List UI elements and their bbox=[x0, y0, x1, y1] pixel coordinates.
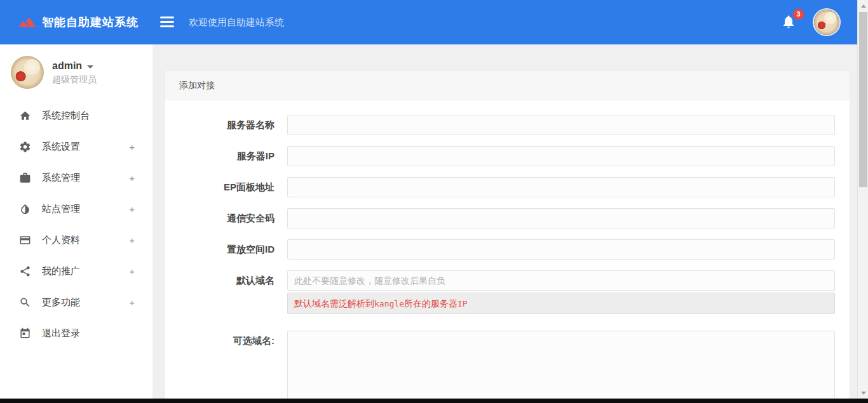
calendar-icon bbox=[19, 327, 31, 340]
docking-form: 服务器名称 服务器IP EP面板地址 通信安全码 置放空间ID bbox=[165, 100, 850, 399]
ep-panel-address-input[interactable] bbox=[287, 177, 835, 197]
server-name-label: 服务器名称 bbox=[165, 115, 275, 135]
welcome-text: 欢迎使用自助建站系统 bbox=[189, 0, 284, 44]
sidebar-item-site-management[interactable]: 站点管理 + bbox=[0, 194, 153, 225]
search-icon bbox=[19, 296, 31, 308]
card-title: 添加对接 bbox=[165, 70, 850, 100]
server-ip-label: 服务器IP bbox=[165, 146, 275, 166]
sidebar-profile: admin 超级管理员 bbox=[11, 56, 97, 89]
add-docking-card: 添加对接 服务器名称 服务器IP EP面板地址 通信安全码 bbox=[164, 70, 850, 399]
sidebar-item-system-management[interactable]: 系统管理 + bbox=[0, 162, 153, 194]
space-id-label: 置放空间ID bbox=[165, 239, 275, 260]
briefcase-icon bbox=[19, 172, 31, 184]
expand-plus-icon: + bbox=[129, 297, 135, 308]
expand-plus-icon: + bbox=[129, 266, 135, 277]
brand[interactable]: 智能自助建站系统 bbox=[18, 0, 139, 44]
scrollbar-thumb[interactable] bbox=[859, 12, 867, 187]
sidebar-item-more-functions[interactable]: 更多功能 + bbox=[0, 287, 153, 318]
sidebar-item-profile[interactable]: 个人资料 + bbox=[0, 225, 153, 256]
avatar[interactable] bbox=[11, 56, 44, 89]
user-role: 超级管理员 bbox=[52, 74, 97, 86]
user-dropdown[interactable]: admin bbox=[52, 60, 97, 72]
expand-plus-icon: + bbox=[129, 235, 135, 246]
server-ip-input[interactable] bbox=[287, 146, 835, 166]
optional-domains-textarea[interactable] bbox=[287, 331, 835, 399]
expand-plus-icon: + bbox=[129, 204, 135, 215]
sidebar-item-promotion[interactable]: 我的推广 + bbox=[0, 256, 153, 287]
share-icon bbox=[19, 265, 31, 277]
server-name-input[interactable] bbox=[287, 115, 835, 135]
default-domain-label: 默认域名 bbox=[165, 270, 275, 291]
menu-toggle-button[interactable] bbox=[160, 17, 175, 28]
main-content: 添加对接 服务器名称 服务器IP EP面板地址 通信安全码 bbox=[153, 44, 857, 399]
bottom-bar bbox=[0, 399, 868, 403]
security-code-label: 通信安全码 bbox=[165, 208, 275, 228]
gear-icon bbox=[19, 141, 31, 153]
top-header: 智能自助建站系统 欢迎使用自助建站系统 3 bbox=[0, 0, 857, 44]
sidebar-item-logout[interactable]: 退出登录 bbox=[0, 318, 153, 349]
default-domain-input[interactable] bbox=[287, 270, 835, 291]
chevron-down-icon bbox=[87, 65, 93, 69]
page-scrollbar[interactable] bbox=[857, 0, 868, 403]
notification-badge: 3 bbox=[793, 9, 804, 20]
card-icon bbox=[19, 234, 31, 246]
space-id-input[interactable] bbox=[287, 239, 835, 260]
default-domain-note: 默认域名需泛解析到kangle所在的服务器IP bbox=[287, 293, 835, 314]
security-code-input[interactable] bbox=[287, 208, 835, 228]
home-icon bbox=[19, 110, 31, 122]
user-avatar[interactable] bbox=[814, 10, 839, 35]
scroll-up-arrow[interactable] bbox=[858, 1, 868, 10]
expand-plus-icon: + bbox=[129, 173, 135, 183]
sidebar-item-system-settings[interactable]: 系统设置 + bbox=[0, 131, 153, 162]
hamburger-icon bbox=[160, 17, 174, 18]
invert-colors-icon bbox=[19, 203, 31, 215]
scroll-down-arrow[interactable] bbox=[858, 388, 868, 397]
user-name: admin bbox=[52, 60, 82, 72]
sidebar: admin 超级管理员 系统控制台 系统设置 + bbox=[0, 44, 153, 399]
expand-plus-icon: + bbox=[129, 142, 135, 152]
brand-title: 智能自助建站系统 bbox=[42, 15, 139, 30]
sidebar-nav: 系统控制台 系统设置 + 系统管理 + 站点管理 bbox=[0, 100, 153, 349]
notifications-button[interactable]: 3 bbox=[781, 14, 799, 32]
mountain-logo-icon bbox=[18, 13, 37, 32]
ep-panel-address-label: EP面板地址 bbox=[165, 177, 275, 197]
sidebar-item-dashboard[interactable]: 系统控制台 bbox=[0, 100, 153, 131]
optional-domains-label: 可选域名: bbox=[165, 331, 275, 347]
